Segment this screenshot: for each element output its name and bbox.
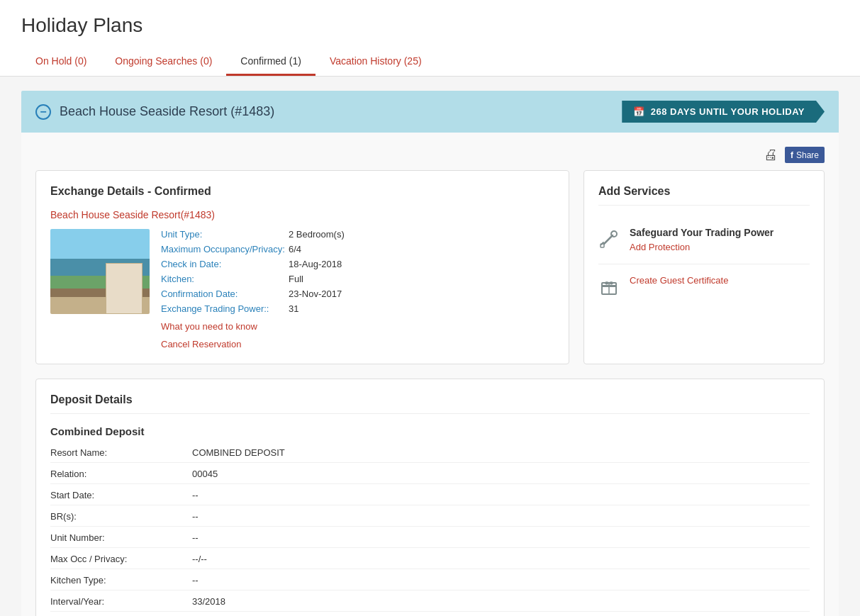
field-label-trading-power: Exchange Trading Power:: [161, 303, 289, 314]
combined-deposit-title: Combined Deposit [50, 425, 810, 437]
field-value-confirmation-date: 23-Nov-2017 [289, 289, 342, 299]
svg-line-0 [604, 235, 613, 244]
deposit-value-unit-number: -- [192, 532, 199, 543]
deposit-label-max-occ: Max Occ / Privacy: [50, 554, 192, 564]
share-label: Share [796, 150, 819, 160]
days-text: 268 DAYS UNTIL YOUR HOLIDAY [651, 106, 805, 117]
deposit-row-start-date: Start Date: -- [50, 490, 810, 505]
field-value-unit-type: 2 Bedroom(s) [289, 229, 345, 240]
booking-card: − Beach House Seaside Resort (#1483) 📅 2… [21, 91, 839, 616]
deposit-row-max-occ: Max Occ / Privacy: --/-- [50, 554, 810, 569]
deposit-value-resort-name: COMBINED DEPOSIT [192, 447, 285, 458]
deposit-label-unit-number: Unit Number: [50, 532, 192, 543]
deposit-details-panel: Deposit Details Combined Deposit Resort … [35, 379, 825, 616]
detail-row: Maximum Occupancy/Privacy: 6/4 [161, 244, 554, 254]
deposit-row-interval-year: Interval/Year: 33/2018 [50, 596, 810, 612]
booking-title: Beach House Seaside Resort (#1483) [60, 104, 274, 119]
tab-bar: On Hold (0) Ongoing Searches (0) Confirm… [21, 48, 839, 76]
add-protection-link[interactable]: Add Protection [630, 242, 690, 252]
deposit-label-brs: BR(s): [50, 511, 192, 522]
add-services-panel: Add Services Safeguard [583, 170, 825, 364]
days-badge: 📅 268 DAYS UNTIL YOUR HOLIDAY [622, 101, 825, 123]
calendar-icon: 📅 [633, 106, 645, 117]
deposit-label-resort-name: Resort Name: [50, 447, 192, 458]
detail-row: Check in Date: 18-Aug-2018 [161, 259, 554, 269]
print-icon[interactable]: 🖨 [764, 147, 778, 163]
deposit-value-start-date: -- [192, 490, 199, 500]
cancel-reservation-link[interactable]: Cancel Reservation [161, 339, 554, 349]
content-row: Exchange Details - Confirmed Beach House… [35, 170, 825, 364]
deposit-value-brs: -- [192, 511, 199, 522]
deposit-value-kitchen-type: -- [192, 575, 199, 586]
detail-row: Confirmation Date: 23-Nov-2017 [161, 289, 554, 299]
booking-header: − Beach House Seaside Resort (#1483) 📅 2… [21, 91, 839, 133]
fb-icon: f [791, 150, 793, 160]
field-value-trading-power: 31 [289, 303, 298, 314]
tab-confirmed[interactable]: Confirmed (1) [226, 48, 315, 76]
tab-ongoing-searches[interactable]: Ongoing Searches (0) [101, 48, 226, 76]
tab-vacation-history[interactable]: Vacation History (25) [315, 48, 436, 76]
resort-link[interactable]: Beach House Seaside Resort(#1483) [50, 209, 554, 220]
deposit-value-max-occ: --/-- [192, 554, 207, 564]
collapse-icon[interactable]: − [35, 104, 51, 120]
resort-image [50, 229, 150, 314]
svg-rect-3 [601, 244, 604, 247]
svg-point-1 [611, 231, 617, 237]
field-label-kitchen: Kitchen: [161, 274, 289, 284]
deposit-row-brs: BR(s): -- [50, 511, 810, 527]
service-item-safeguard: Safeguard Your Trading Power Add Protect… [598, 217, 810, 264]
safeguard-icon [598, 228, 620, 254]
exchange-details-panel: Exchange Details - Confirmed Beach House… [35, 170, 569, 364]
field-value-occupancy: 6/4 [289, 244, 301, 254]
deposit-panel-title: Deposit Details [50, 393, 810, 414]
what-you-need-link[interactable]: What you need to know [161, 321, 554, 332]
safeguard-name: Safeguard Your Trading Power [630, 227, 774, 238]
deposit-row-unit-number: Unit Number: -- [50, 532, 810, 548]
deposit-row-resort-name: Resort Name: COMBINED DEPOSIT [50, 447, 810, 463]
detail-row: Unit Type: 2 Bedroom(s) [161, 229, 554, 240]
field-label-unit-type: Unit Type: [161, 229, 289, 240]
service-info-guest-cert: Create Guest Certificate [630, 274, 728, 286]
field-value-kitchen: Full [289, 274, 303, 284]
guest-certificate-icon [598, 276, 620, 301]
deposit-label-relation: Relation: [50, 469, 192, 479]
field-label-checkin: Check in Date: [161, 259, 289, 269]
exchange-panel-title: Exchange Details - Confirmed [50, 185, 554, 198]
deposit-label-interval-year: Interval/Year: [50, 596, 192, 607]
booking-actions: 🖨 f Share [35, 147, 825, 163]
field-value-checkin: 18-Aug-2018 [289, 259, 342, 269]
field-label-confirmation-date: Confirmation Date: [161, 289, 289, 299]
service-info-safeguard: Safeguard Your Trading Power Add Protect… [630, 227, 774, 252]
deposit-row-relation: Relation: 00045 [50, 469, 810, 484]
create-guest-certificate-link[interactable]: Create Guest Certificate [630, 275, 728, 286]
deposit-label-kitchen-type: Kitchen Type: [50, 575, 192, 586]
deposit-value-relation: 00045 [192, 469, 218, 479]
page-title: Holiday Plans [21, 14, 839, 37]
detail-row: Exchange Trading Power:: 31 [161, 303, 554, 314]
deposit-label-start-date: Start Date: [50, 490, 192, 500]
facebook-share-button[interactable]: f Share [785, 147, 825, 163]
tab-on-hold[interactable]: On Hold (0) [21, 48, 101, 76]
field-label-occupancy: Maximum Occupancy/Privacy: [161, 244, 289, 254]
deposit-row-kitchen-type: Kitchen Type: -- [50, 575, 810, 590]
detail-fields: Unit Type: 2 Bedroom(s) Maximum Occupanc… [161, 229, 554, 349]
service-item-guest-cert: Create Guest Certificate [598, 264, 810, 311]
detail-row: Kitchen: Full [161, 274, 554, 284]
exchange-detail-content: Unit Type: 2 Bedroom(s) Maximum Occupanc… [50, 229, 554, 349]
deposit-value-interval-year: 33/2018 [192, 596, 225, 607]
services-panel-title: Add Services [598, 185, 810, 206]
